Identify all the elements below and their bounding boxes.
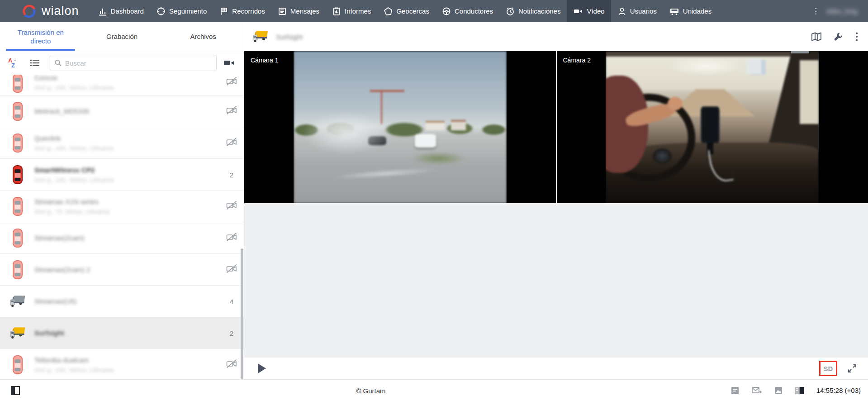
camera-1-scene: [294, 51, 507, 203]
truck-icon: [669, 7, 679, 16]
map-icon: [811, 32, 822, 42]
globe-icon: [157, 7, 166, 16]
unit-row[interactable]: Streamax X1N series Gori g., 74, Vilnius…: [0, 191, 244, 222]
selected-unit-name: Surfsight: [276, 33, 303, 41]
nav-item-label: Vídeo: [587, 7, 604, 15]
layout-button[interactable]: [795, 387, 805, 395]
sidebar-toolbar: A↓Z: [0, 51, 244, 75]
unit-camera-count: 2: [225, 329, 238, 337]
tab-label: Archivos: [190, 32, 216, 41]
unit-name: Streamax(U5): [34, 297, 76, 305]
video-background-area: [244, 203, 868, 358]
no-video-icon: [225, 76, 238, 89]
nav-item-video[interactable]: Vídeo: [567, 0, 611, 22]
driver-icon: [442, 7, 451, 16]
report-icon: [332, 7, 341, 16]
unit-row[interactable]: Teltonika dualcam Gori g., 14A, Vilnius,…: [0, 349, 244, 379]
user-menu[interactable]: video_tring: [824, 8, 860, 15]
unit-row[interactable]: Streamax(2cam) 2: [0, 254, 244, 286]
nav-item-label: Recorridos: [232, 7, 265, 15]
unit-row[interactable]: Surfsight 2: [0, 317, 244, 349]
camera-1-cell[interactable]: Cámara 1: [244, 51, 556, 203]
unit-truck-icon: [251, 29, 270, 44]
more-options-button[interactable]: [855, 32, 858, 42]
collapse-panel-icon[interactable]: [11, 386, 20, 395]
bar-chart-icon: [98, 7, 107, 16]
log-button[interactable]: [730, 386, 740, 395]
unit-row[interactable]: Streamax(2cam): [0, 222, 244, 254]
map-button[interactable]: [811, 32, 822, 42]
camera-1-frame: [294, 51, 507, 203]
list-view-icon[interactable]: [30, 58, 40, 67]
unit-row[interactable]: Streamax(U5) 4: [0, 286, 244, 317]
import-export-button[interactable]: [751, 386, 762, 395]
nav-item-geocercas[interactable]: Geocercas: [377, 0, 436, 22]
fullscreen-button[interactable]: [847, 363, 857, 373]
nav-item-recorridos[interactable]: Recorridos: [213, 0, 271, 22]
log-icon: [730, 386, 740, 395]
unit-name: Teltonika dualcam: [34, 356, 114, 364]
nav-item-informes[interactable]: Informes: [326, 0, 377, 22]
tab-live-stream[interactable]: Transmisión en directo: [0, 22, 81, 51]
video-camera-icon: [573, 7, 583, 16]
camera-2-frame: [606, 51, 819, 203]
media-button[interactable]: [774, 386, 783, 395]
unit-type-icon: [9, 196, 26, 217]
video-scrollbar-stub: [791, 51, 809, 53]
camera-2-cell[interactable]: Cámara 2: [556, 51, 868, 203]
unit-type-icon: [9, 291, 26, 312]
selected-unit: Surfsight: [251, 29, 303, 44]
unit-row[interactable]: SmartWitness CP2 Gori g., 14C, Vilnius, …: [0, 159, 244, 191]
unit-row[interactable]: Meitrack_MD5335: [0, 95, 244, 127]
sidebar-scrollbar[interactable]: [241, 248, 243, 379]
nav-item-label: Informes: [345, 7, 371, 15]
unit-name: Meitrack_MD5335: [34, 107, 90, 115]
play-button[interactable]: [258, 363, 266, 373]
image-icon: [774, 386, 783, 395]
unit-camera-count: 4: [225, 297, 238, 305]
wialon-logo-icon: [23, 5, 36, 18]
unit-address: Gori g., 14C, Vilnius, Lithuania: [34, 177, 114, 183]
unit-address: Gori g., 74, Vilnius, Lithuania: [34, 208, 109, 215]
video-controls-bar: SD: [244, 358, 868, 379]
split-view-icon: [795, 387, 805, 395]
camera-2-label: Cámara 2: [563, 57, 591, 64]
tab-files[interactable]: Archivos: [162, 22, 244, 51]
alarm-clock-icon: [506, 7, 515, 16]
nav-item-conductores[interactable]: Conductores: [436, 0, 499, 22]
nav-item-usuarios[interactable]: Usuarios: [611, 0, 663, 22]
settings-button[interactable]: [834, 32, 844, 42]
quality-selector[interactable]: SD: [819, 361, 837, 376]
nav-more-menu[interactable]: ⋮: [808, 6, 824, 16]
camera-filter-icon[interactable]: [223, 58, 235, 67]
tab-recording[interactable]: Grabación: [81, 22, 163, 51]
nav-item-dashboard[interactable]: Dashboard: [92, 0, 150, 22]
copyright: © Gurtam: [356, 387, 385, 394]
nav-item-notificaciones[interactable]: Notificaciones: [499, 0, 567, 22]
active-tab-underline: [6, 49, 75, 51]
tab-label: Grabación: [106, 32, 138, 41]
sort-az-icon[interactable]: A↓Z: [8, 57, 19, 69]
nav-item-mensajes[interactable]: Mensajes: [271, 0, 326, 22]
main-area: Transmisión en directo Grabación Archivo…: [0, 22, 868, 379]
unit-row[interactable]: Queclink Gori g., 14A, Vilnius, Lithuani…: [0, 127, 244, 159]
unit-type-icon: [9, 100, 26, 122]
geofence-icon: [384, 7, 393, 16]
no-video-icon: [225, 105, 238, 118]
no-video-icon: [225, 137, 238, 149]
unit-name: Queclink: [34, 134, 114, 142]
unit-camera-count: 2: [225, 171, 238, 178]
search-box: [50, 55, 217, 71]
nav-item-label: Dashboard: [111, 7, 144, 15]
nav-item-unidades[interactable]: Unidades: [663, 0, 718, 22]
search-input[interactable]: [65, 59, 212, 67]
unit-type-icon: [9, 164, 26, 186]
no-video-icon: [225, 263, 238, 276]
unit-row[interactable]: Concox Gori g., 14A, Vilnius, Lithuania: [0, 75, 244, 95]
messages-icon: [278, 7, 287, 16]
unit-address: Gori g., 14A, Vilnius, Lithuania: [34, 367, 114, 373]
wialon-logo[interactable]: wialon: [0, 0, 92, 22]
nav-item-seguimiento[interactable]: Seguimiento: [150, 0, 213, 22]
top-navigation: wialon Dashboard Seguimiento Recorridos …: [0, 0, 868, 22]
video-units-sidebar: Transmisión en directo Grabación Archivo…: [0, 22, 244, 379]
